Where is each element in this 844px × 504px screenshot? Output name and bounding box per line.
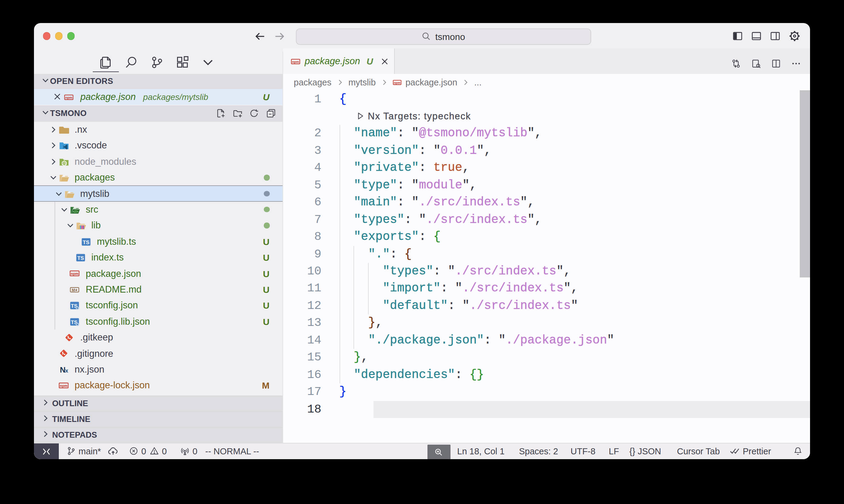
svg-text:M: M — [72, 288, 75, 292]
svg-text:TS: TS — [77, 255, 84, 261]
svg-text:npm: npm — [71, 272, 79, 276]
svg-text:TS: TS — [83, 239, 89, 245]
svg-text:npm: npm — [60, 384, 67, 388]
svg-text:x: x — [65, 367, 68, 374]
svg-text:JS: JS — [63, 161, 66, 165]
svg-text:</>: </> — [73, 210, 78, 214]
svg-text:N: N — [60, 365, 66, 374]
svg-text:npm: npm — [65, 95, 72, 99]
